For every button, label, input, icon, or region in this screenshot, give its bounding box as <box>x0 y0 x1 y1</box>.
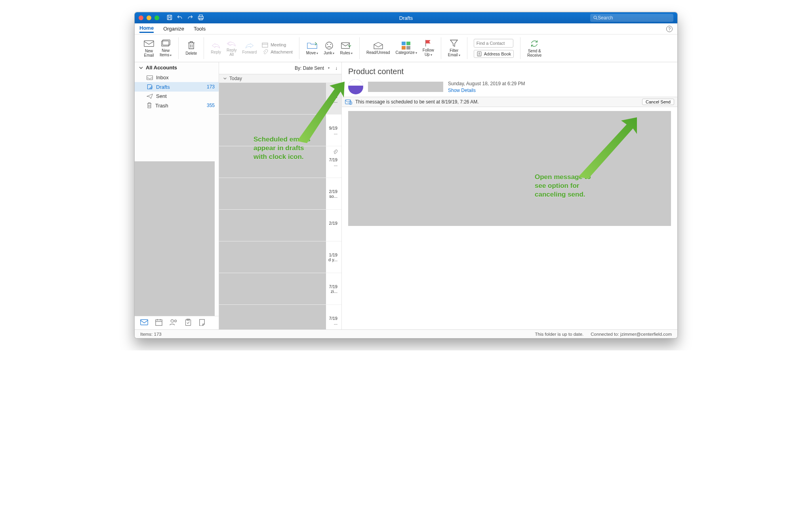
search-input[interactable] <box>598 15 670 21</box>
sidebar-item-drafts[interactable]: Drafts173 <box>135 82 219 92</box>
show-details-link[interactable]: Show Details <box>448 88 525 93</box>
search-box[interactable] <box>590 14 673 22</box>
status-sync: This folder is up to date. <box>535 332 584 337</box>
categorize-button[interactable]: Categorize▾ <box>393 41 419 56</box>
svg-rect-16 <box>406 42 410 45</box>
folder-sidebar: All Accounts InboxDrafts173SentTrash355 <box>135 62 219 329</box>
nav-mail-icon[interactable] <box>140 319 148 327</box>
nav-notes-icon[interactable] <box>199 319 205 327</box>
message-item[interactable]: 7/19 ... <box>219 305 341 329</box>
message-header: Sunday, August 18, 2019 at 6:29 PM Show … <box>342 79 677 97</box>
attachment-button: Attachment <box>262 49 293 55</box>
ribbon-tab-tools[interactable]: Tools <box>194 26 206 32</box>
svg-point-20 <box>478 53 480 54</box>
save-icon[interactable] <box>166 14 173 22</box>
filter-email-button[interactable]: Filter Email▾ <box>445 38 463 58</box>
svg-rect-21 <box>141 319 148 325</box>
message-item[interactable]: 1/19 d y... <box>219 241 341 273</box>
titlebar: Drafts <box>135 12 677 23</box>
sidebar-item-inbox[interactable]: Inbox <box>135 73 219 82</box>
status-item-count: Items: 173 <box>140 332 162 337</box>
meeting-button: Meeting <box>262 42 293 48</box>
nav-tasks-icon[interactable] <box>185 319 192 327</box>
junk-button[interactable]: Junk▾ <box>321 40 337 56</box>
scheduled-clock-icon <box>333 84 339 90</box>
forward-button: Forward <box>240 41 260 55</box>
svg-point-6 <box>594 16 597 19</box>
svg-rect-17 <box>402 46 406 50</box>
message-list-pane: By: Date Sent▾ ↓ Today PM ny...9/19 ...7… <box>219 62 342 329</box>
svg-rect-22 <box>156 319 162 325</box>
content-area: All Accounts InboxDrafts173SentTrash355 … <box>135 62 677 329</box>
reading-pane: Product content Sunday, August 18, 2019 … <box>342 62 677 329</box>
status-connection: Connected to: jzimmer@centerfield.com <box>591 332 672 337</box>
quick-access-toolbar <box>166 14 204 22</box>
reply-all-button: Reply All <box>224 39 240 57</box>
svg-point-23 <box>171 319 173 322</box>
cancel-send-button[interactable]: Cancel Send <box>642 99 674 105</box>
message-subject: Product content <box>342 62 677 79</box>
move-button[interactable]: Move▾ <box>303 40 321 56</box>
minimize-window-button[interactable] <box>147 15 151 20</box>
status-bar: Items: 173 This folder is up to date. Co… <box>135 329 677 338</box>
undo-icon[interactable] <box>177 14 183 22</box>
find-contact-input[interactable] <box>474 39 513 48</box>
svg-rect-15 <box>402 42 406 45</box>
sort-bar[interactable]: By: Date Sent▾ ↓ <box>219 62 341 74</box>
ribbon: New Email New Items▾ Delete Reply Reply … <box>135 34 677 62</box>
message-item[interactable]: 2/19 so... <box>219 178 341 210</box>
rules-button[interactable]: Rules▾ <box>337 40 355 56</box>
ribbon-tab-organize[interactable]: Organize <box>163 26 184 32</box>
sidebar-item-sent[interactable]: Sent <box>135 92 219 101</box>
attachment-icon <box>333 149 337 156</box>
message-item[interactable]: PM ny... <box>219 83 341 115</box>
follow-up-button[interactable]: Follow Up▾ <box>420 38 437 58</box>
print-icon[interactable] <box>197 14 204 22</box>
svg-rect-2 <box>168 17 171 19</box>
sidebar-redaction <box>135 161 215 316</box>
sort-label: By: Date Sent <box>295 65 324 71</box>
maximize-window-button[interactable] <box>154 15 159 20</box>
help-icon[interactable]: ? <box>666 26 673 32</box>
new-items-button[interactable]: New Items▾ <box>157 38 174 58</box>
message-item[interactable]: 2/19 <box>219 210 341 241</box>
delete-button[interactable]: Delete <box>183 40 200 56</box>
nav-bar <box>135 316 219 329</box>
svg-rect-1 <box>168 15 171 17</box>
nav-people-icon[interactable] <box>170 319 177 327</box>
nav-calendar-icon[interactable] <box>155 319 162 327</box>
svg-rect-18 <box>406 46 410 50</box>
message-item[interactable]: 9/19 ... <box>219 115 341 146</box>
sidebar-item-trash[interactable]: Trash355 <box>135 101 219 110</box>
ribbon-tabs: HomeOrganizeTools ? <box>135 23 677 34</box>
schedule-info-bar: This message is scheduled to be sent at … <box>342 97 677 107</box>
svg-point-11 <box>326 42 333 49</box>
read-unread-button[interactable]: Read/Unread <box>364 41 393 55</box>
address-book-button[interactable]: Address Book <box>474 50 514 58</box>
message-item[interactable]: 7/19 ... <box>219 146 341 178</box>
message-body-redaction <box>348 111 671 226</box>
redo-icon[interactable] <box>187 14 193 22</box>
new-email-button[interactable]: New Email <box>141 38 157 58</box>
sidebar-item-all-accounts[interactable]: All Accounts <box>135 62 219 73</box>
group-header-today[interactable]: Today <box>219 74 341 83</box>
svg-point-24 <box>175 320 177 322</box>
svg-point-13 <box>330 44 331 44</box>
svg-rect-4 <box>199 15 202 16</box>
sender-redaction <box>368 82 443 92</box>
message-date: Sunday, August 18, 2019 at 6:29 PM <box>448 81 525 86</box>
svg-rect-7 <box>144 40 154 46</box>
svg-rect-10 <box>262 43 268 47</box>
svg-point-12 <box>327 44 328 44</box>
schedule-message: This message is scheduled to be sent at … <box>355 99 479 105</box>
sender-avatar <box>348 79 363 94</box>
svg-rect-0 <box>167 15 172 19</box>
send-receive-button[interactable]: Send & Receive <box>524 38 544 58</box>
app-window: Drafts HomeOrganizeTools ? New Email New… <box>134 12 678 339</box>
ribbon-tab-home[interactable]: Home <box>139 25 154 33</box>
close-window-button[interactable] <box>139 15 143 20</box>
reply-button: Reply <box>208 41 224 55</box>
message-item[interactable]: 7/19 zi... <box>219 273 341 305</box>
